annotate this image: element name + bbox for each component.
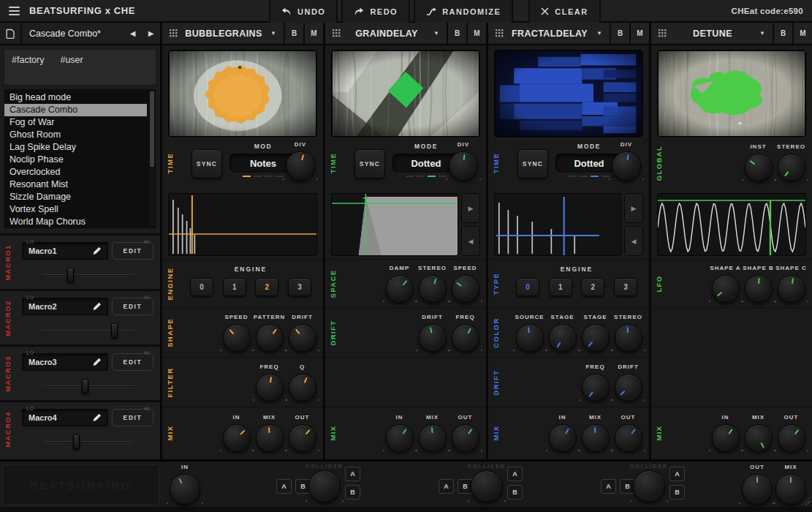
collider-knob[interactable] [308, 470, 341, 502]
chevron-down-icon[interactable]: ▼ [589, 30, 610, 37]
engine-button-0[interactable]: 0 [190, 278, 213, 296]
knob[interactable] [170, 474, 200, 505]
mute-button[interactable]: M [466, 22, 486, 45]
decay-bars-display[interactable] [168, 193, 317, 256]
knob[interactable] [256, 374, 284, 402]
bus-a-button[interactable]: A [439, 479, 454, 494]
knob[interactable] [289, 324, 316, 352]
macro-name-field[interactable]: Macro2 [22, 298, 108, 315]
engine-button-2[interactable]: 2 [255, 278, 278, 296]
knob[interactable] [745, 154, 773, 181]
bypass-button[interactable]: B [284, 22, 303, 45]
mute-button[interactable]: M [629, 22, 649, 45]
bus-a-button[interactable]: A [276, 479, 292, 494]
mute-button[interactable]: M [792, 22, 812, 45]
knob[interactable] [778, 154, 805, 181]
route-b-button[interactable]: B [507, 485, 523, 500]
knob[interactable] [223, 324, 251, 352]
redo-button[interactable]: REDO [341, 0, 410, 23]
undo-button[interactable]: UNDO [269, 0, 338, 23]
prev-preset-button[interactable]: ◀ [124, 22, 142, 45]
drag-handle-icon[interactable] [488, 22, 510, 45]
knob[interactable] [256, 324, 284, 352]
list-item[interactable]: Vortex Spell [4, 203, 156, 216]
collider-knob[interactable] [471, 470, 503, 502]
macro-edit-button[interactable]: EDIT [112, 298, 153, 315]
chevron-down-icon[interactable]: ▼ [263, 30, 284, 37]
list-item[interactable]: Overclocked [4, 166, 156, 178]
engine-button-3[interactable]: 3 [288, 278, 311, 296]
knob[interactable] [615, 374, 642, 402]
clear-button[interactable]: CLEAR [528, 0, 600, 23]
knob[interactable] [452, 424, 479, 452]
engine-button-3[interactable]: 3 [614, 278, 637, 296]
knob[interactable] [582, 424, 610, 452]
knob[interactable] [712, 275, 740, 303]
drag-handle-icon[interactable] [651, 22, 673, 45]
next-arrow-button[interactable]: ▶ [461, 193, 480, 223]
list-item[interactable]: Resonant Mist [4, 178, 156, 191]
knob[interactable] [516, 324, 544, 352]
macro-slider-handle[interactable] [82, 379, 88, 394]
knob[interactable] [612, 151, 641, 181]
sync-button[interactable]: SYNC [191, 149, 222, 178]
knob[interactable] [386, 275, 414, 303]
engine-button-1[interactable]: 1 [223, 278, 246, 296]
knob[interactable] [419, 424, 447, 452]
visualizer-screen[interactable] [657, 50, 806, 138]
knob[interactable] [289, 374, 316, 402]
visualizer-screen[interactable] [168, 50, 317, 138]
route-b-button[interactable]: B [345, 485, 360, 500]
prev-arrow-button[interactable]: ◀ [624, 226, 643, 256]
knob[interactable] [386, 424, 414, 452]
macro-slider-handle[interactable] [111, 323, 118, 338]
engine-button-1[interactable]: 1 [549, 278, 572, 296]
knob[interactable] [745, 275, 773, 303]
collider-knob[interactable] [633, 470, 665, 502]
list-item[interactable]: Ghost Room [4, 129, 156, 141]
preset-name[interactable]: Cascade Combo* [22, 29, 124, 39]
macro-name-field[interactable]: Macro1 [22, 242, 108, 260]
bus-a-button[interactable]: A [601, 479, 616, 494]
menu-icon[interactable] [0, 0, 28, 22]
list-item[interactable]: Cascade Combo [4, 104, 147, 116]
knob[interactable] [742, 474, 773, 505]
sync-button[interactable]: SYNC [354, 149, 385, 178]
chevron-down-icon[interactable]: ▼ [752, 30, 773, 37]
route-a-button[interactable]: A [507, 467, 523, 481]
randomize-button[interactable]: RANDOMIZE [414, 0, 513, 23]
list-item[interactable]: Lag Spike Delay [4, 141, 156, 154]
sync-button[interactable]: SYNC [517, 149, 548, 178]
bypass-button[interactable]: B [773, 22, 792, 45]
knob[interactable] [745, 424, 773, 452]
bypass-button[interactable]: B [610, 22, 629, 45]
macro-name-field[interactable]: Macro4 [22, 409, 108, 426]
list-item[interactable]: Noclip Phase [4, 154, 156, 166]
knob[interactable] [778, 424, 805, 452]
sine-display[interactable] [657, 193, 806, 256]
scrollbar-thumb[interactable] [150, 91, 154, 167]
knob[interactable] [289, 424, 316, 452]
macro-name-field[interactable]: Macro3 [22, 353, 108, 371]
macro-edit-button[interactable]: EDIT [112, 409, 153, 426]
knob[interactable] [452, 324, 479, 352]
knob[interactable] [549, 324, 577, 352]
macro-slider[interactable] [42, 323, 134, 338]
drag-handle-icon[interactable] [325, 22, 347, 45]
route-a-button[interactable]: A [669, 467, 685, 481]
list-item[interactable]: Fog of War [4, 116, 156, 129]
macro-slider-handle[interactable] [73, 434, 80, 449]
knob[interactable] [582, 374, 610, 402]
visualizer-screen[interactable] [331, 50, 480, 138]
macro-edit-button[interactable]: EDIT [112, 353, 153, 371]
tag-factory[interactable]: #factory [12, 55, 44, 65]
knob[interactable] [615, 324, 642, 352]
macro-edit-button[interactable]: EDIT [112, 242, 153, 260]
list-item[interactable]: Sizzle Damage [4, 191, 156, 203]
knob[interactable] [778, 275, 805, 303]
knob[interactable] [775, 474, 806, 505]
knob[interactable] [223, 424, 251, 452]
tag-user[interactable]: #user [60, 55, 83, 65]
preset-file-button[interactable] [0, 22, 22, 45]
knob[interactable] [419, 275, 447, 303]
